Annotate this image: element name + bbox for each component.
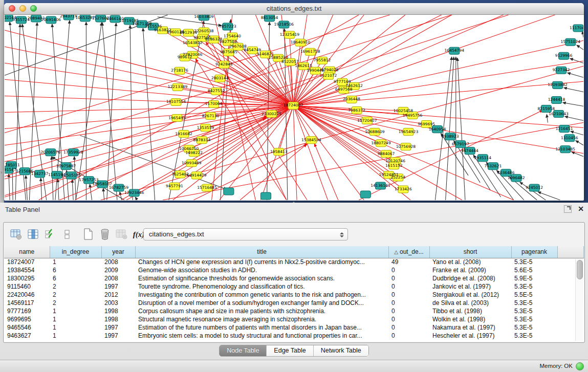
table-cell[interactable]: 0 bbox=[388, 282, 429, 291]
tab-edge-table[interactable]: Edge Table bbox=[267, 345, 313, 356]
table-cell[interactable]: Dudbridge et al. (2008) bbox=[429, 274, 511, 282]
table-cell[interactable]: Franke et al. (2009) bbox=[429, 266, 511, 274]
table-cell[interactable]: 0 bbox=[388, 299, 429, 307]
table-selector-dropdown[interactable]: citations_edges.txt bbox=[143, 228, 348, 240]
table-row[interactable]: 1938455462009Genome-wide association stu… bbox=[4, 266, 584, 274]
table-row[interactable]: 1456911722003Disruption of a novel membe… bbox=[4, 299, 584, 307]
table-row[interactable]: 1830029562008Estimation of significance … bbox=[4, 274, 584, 282]
table-cell[interactable]: 5.3E-5 bbox=[511, 315, 557, 323]
tab-node-table[interactable]: Node Table bbox=[220, 345, 267, 356]
table-cell[interactable]: 1997 bbox=[101, 282, 135, 291]
table-cell[interactable]: Changes of HCN gene expression and I(f) … bbox=[135, 258, 388, 266]
column-header[interactable]: year bbox=[101, 246, 135, 258]
table-cell[interactable]: 6 bbox=[50, 266, 101, 274]
table-cell[interactable]: Estimation of significance thresholds fo… bbox=[135, 274, 388, 282]
table-cell[interactable]: Embryonic stem cells: a model to study s… bbox=[135, 332, 388, 340]
table-cell[interactable]: 49 bbox=[388, 258, 429, 266]
row-height-button[interactable] bbox=[60, 228, 74, 241]
table-cell[interactable]: 5.3E-5 bbox=[511, 282, 557, 291]
table-cell[interactable]: Stergiakouli et al. (2012) bbox=[429, 291, 511, 299]
table-cell[interactable]: 6 bbox=[50, 274, 101, 282]
table-cell[interactable]: Genome-wide association studies in ADHD. bbox=[135, 266, 388, 274]
table-cell[interactable]: 9463627 bbox=[4, 332, 50, 340]
column-header[interactable]: name bbox=[4, 246, 50, 258]
table-cell[interactable]: 18300295 bbox=[4, 274, 50, 282]
table-cell[interactable]: 5.3E-5 bbox=[511, 307, 557, 315]
table-cell[interactable]: Tourette syndrome. Phenomenology and cla… bbox=[135, 282, 388, 291]
collapse-arrow-icon[interactable]: › bbox=[1, 170, 2, 175]
column-header[interactable]: pagerank bbox=[511, 246, 557, 258]
table-cell[interactable]: 5.3E-5 bbox=[511, 299, 557, 307]
scrollbar-thumb[interactable] bbox=[577, 260, 583, 279]
float-panel-icon[interactable] bbox=[564, 205, 572, 213]
table-cell[interactable]: 1 bbox=[50, 332, 101, 340]
column-header[interactable]: △out_de... bbox=[388, 246, 429, 258]
graph-node[interactable] bbox=[360, 191, 371, 198]
table-cell[interactable]: 18724007 bbox=[4, 258, 50, 266]
vertical-scrollbar[interactable] bbox=[575, 259, 583, 341]
table-cell[interactable]: 1997 bbox=[101, 332, 135, 340]
table-cell[interactable]: 14569117 bbox=[4, 299, 50, 307]
table-cell[interactable]: 5.9E-5 bbox=[511, 274, 557, 282]
show-column-button[interactable] bbox=[27, 228, 40, 241]
table-row[interactable]: 911546021997Tourette syndrome. Phenomeno… bbox=[4, 282, 584, 291]
table-cell[interactable]: Jankovic et al. (1997) bbox=[429, 282, 511, 291]
table-cell[interactable]: 0 bbox=[388, 315, 429, 323]
import-table-button[interactable] bbox=[10, 228, 23, 241]
table-cell[interactable]: 9465546 bbox=[4, 323, 50, 332]
table-cell[interactable]: Yano et al. (2008) bbox=[429, 258, 511, 266]
table-row[interactable]: 946362711997Embryonic stem cells: a mode… bbox=[4, 332, 584, 340]
select-rows-button[interactable] bbox=[43, 228, 57, 241]
table-cell[interactable]: 9777169 bbox=[4, 307, 50, 315]
table-cell[interactable]: 9699695 bbox=[4, 315, 50, 323]
table-row[interactable]: 977716911998Corpus callosum shape and si… bbox=[4, 307, 584, 315]
column-header[interactable]: in_degree bbox=[50, 246, 101, 258]
table-row[interactable]: 946554611997Estimation of the future num… bbox=[4, 323, 584, 332]
table-cell[interactable]: Wolkin et al. (1998) bbox=[429, 315, 511, 323]
table-cell[interactable]: 2003 bbox=[101, 299, 135, 307]
table-cell[interactable]: 5.6E-5 bbox=[511, 266, 557, 274]
table-cell[interactable]: Investigating the contribution of common… bbox=[135, 291, 388, 299]
table-cell[interactable]: de Silva et al. (2003) bbox=[429, 299, 511, 307]
table-cell[interactable]: 19384554 bbox=[4, 266, 50, 274]
table-cell[interactable]: 2012 bbox=[101, 291, 135, 299]
tab-network-table[interactable]: Network Table bbox=[314, 345, 368, 356]
table-cell[interactable]: 5.3E-5 bbox=[511, 258, 557, 266]
table-cell[interactable]: 5.3E-5 bbox=[511, 332, 557, 340]
table-cell[interactable]: 9115460 bbox=[4, 282, 50, 291]
table-cell[interactable]: 0 bbox=[388, 332, 429, 340]
table-cell[interactable]: 2 bbox=[50, 282, 101, 291]
table-cell[interactable]: 0 bbox=[388, 323, 429, 332]
table-cell[interactable]: Corpus callosum shape and size in male p… bbox=[135, 307, 388, 315]
table-cell[interactable]: 1 bbox=[50, 307, 101, 315]
table-cell[interactable]: 5.3E-5 bbox=[511, 323, 557, 332]
table-cell[interactable]: 2008 bbox=[101, 274, 135, 282]
table-cell[interactable]: 1998 bbox=[101, 315, 135, 323]
new-table-button[interactable] bbox=[81, 228, 95, 241]
table-cell[interactable]: 2009 bbox=[101, 266, 135, 274]
table-cell[interactable]: 1998 bbox=[101, 307, 135, 315]
column-header[interactable]: title bbox=[135, 246, 388, 258]
table-cell[interactable]: 1 bbox=[50, 323, 101, 332]
table-cell[interactable]: 5.5E-5 bbox=[511, 291, 557, 299]
table-row[interactable]: 1872400712008Changes of HCN gene express… bbox=[4, 258, 584, 266]
table-cell[interactable]: 2008 bbox=[101, 258, 135, 266]
table-cell[interactable]: 0 bbox=[388, 274, 429, 282]
network-canvas[interactable]: 1602144935572420894032069140629437191065… bbox=[5, 15, 583, 200]
citation-network-graph[interactable]: 1602144935572420894032069140629437191065… bbox=[5, 15, 583, 200]
graph-node[interactable] bbox=[224, 188, 234, 195]
table-cell[interactable]: 0 bbox=[388, 266, 429, 274]
close-panel-icon[interactable]: ✕ bbox=[578, 206, 584, 212]
table-row[interactable]: 969969511998Structural magnetic resonanc… bbox=[4, 315, 584, 323]
table-cell[interactable]: Nakamura et al. (1997) bbox=[429, 323, 511, 332]
table-cell[interactable]: Tibbo et al. (1998) bbox=[429, 307, 511, 315]
window-titlebar[interactable]: citations_edges.txt bbox=[4, 3, 584, 15]
table-cell[interactable]: 1997 bbox=[101, 323, 135, 332]
table-cell[interactable]: 1 bbox=[50, 258, 101, 266]
table-cell[interactable]: 2 bbox=[50, 299, 101, 307]
table-cell[interactable]: 22420046 bbox=[4, 291, 50, 299]
attribute-table[interactable]: namein_degreeyeartitle△out_de...shortpag… bbox=[4, 246, 584, 340]
table-cell[interactable]: 1 bbox=[50, 315, 101, 323]
table-row[interactable]: 2242004622012Investigating the contribut… bbox=[4, 291, 584, 299]
table-cell[interactable]: Disruption of a novel member of a sodium… bbox=[135, 299, 388, 307]
